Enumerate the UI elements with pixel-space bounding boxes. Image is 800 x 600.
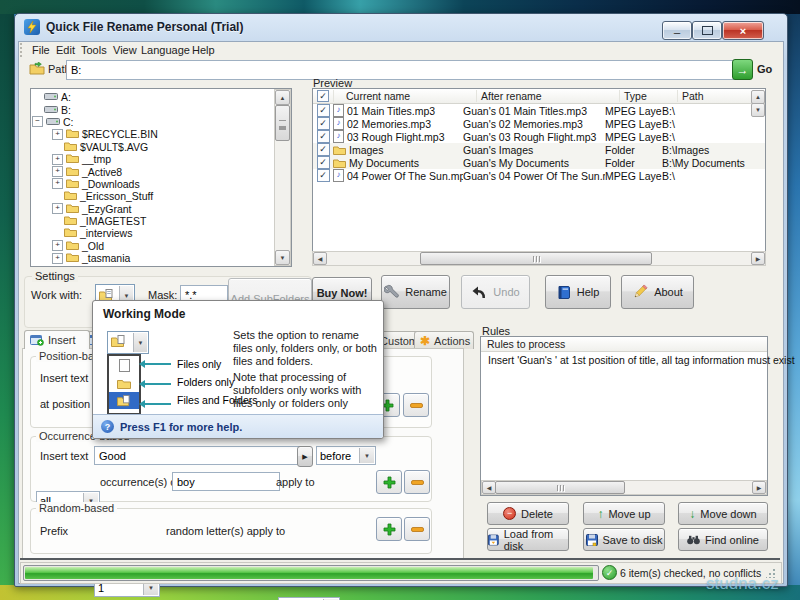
preview-row[interactable]: ✓ My Documents Guan's My Documents Folde…: [313, 156, 765, 169]
undo-button[interactable]: Undo: [461, 275, 530, 309]
tree-item-folder[interactable]: _interviews: [32, 227, 272, 239]
tree-item-drive-c[interactable]: − C:: [32, 116, 272, 128]
random-remove-button[interactable]: [404, 517, 430, 541]
expand-icon[interactable]: +: [52, 129, 63, 140]
tab-actions[interactable]: ✱ Actions: [414, 331, 474, 349]
file-type: MPEG Laye...: [605, 131, 662, 143]
rename-button[interactable]: Rename: [381, 275, 450, 309]
occurrence-remove-button[interactable]: [404, 470, 430, 494]
music-file-icon: ♪: [333, 104, 344, 117]
scroll-left-icon[interactable]: ◀: [313, 252, 327, 265]
go-button[interactable]: →: [732, 59, 753, 80]
column-after-rename[interactable]: After rename: [477, 90, 620, 102]
maximize-button[interactable]: [692, 21, 722, 40]
expand-icon[interactable]: +: [52, 203, 63, 214]
check-icon: ✓: [317, 90, 329, 102]
tree-item-drive-a[interactable]: A:: [32, 91, 272, 103]
tree-item-folder[interactable]: + _Downloads: [32, 178, 272, 190]
menu-tools[interactable]: Tools: [81, 44, 107, 56]
expand-icon[interactable]: +: [52, 253, 63, 264]
tree-item-folder[interactable]: _Ericsson_Stuff: [32, 190, 272, 202]
before-after-select[interactable]: before▼: [316, 446, 376, 465]
tree-item-folder[interactable]: $VAULT$.AVG: [32, 141, 272, 153]
progress-fill: [25, 567, 593, 579]
tree-item-folder[interactable]: + _Active8: [32, 165, 272, 177]
find-online-button[interactable]: Find online: [678, 528, 768, 551]
current-name: 02 Memories.mp3: [347, 118, 431, 130]
column-type[interactable]: Type: [620, 90, 678, 102]
expand-icon[interactable]: +: [52, 178, 63, 189]
occurrence-add-button[interactable]: [376, 470, 402, 494]
scroll-right-icon[interactable]: ▶: [752, 481, 766, 494]
row-checkbox[interactable]: ✓: [317, 143, 330, 156]
random-add-button[interactable]: [376, 517, 402, 541]
preview-row[interactable]: ✓ ♪01 Main Titles.mp3 Guan's 01 Main Tit…: [313, 104, 765, 117]
menu-file[interactable]: File: [32, 44, 50, 56]
save-to-disk-button[interactable]: Save to disk: [583, 528, 665, 551]
expand-icon[interactable]: +: [52, 240, 63, 251]
music-file-icon: ♪: [333, 117, 344, 130]
tree-item-folder[interactable]: _IMAGETEST: [32, 215, 272, 227]
tree-item-folder[interactable]: + _EzyGrant: [32, 203, 272, 215]
rules-hscrollbar-thumb[interactable]: [495, 481, 625, 494]
minimize-button[interactable]: _: [662, 21, 692, 40]
occurrence-of-value: boy: [177, 476, 195, 488]
preview-header-row[interactable]: ✓ Current name After rename Type Path: [313, 89, 765, 104]
preview-row[interactable]: ✓ ♪02 Memories.mp3 Guan's 02 Memories.mp…: [313, 117, 765, 130]
about-label: About: [654, 286, 683, 298]
help-button[interactable]: Help: [545, 275, 611, 309]
menu-help[interactable]: Help: [192, 44, 215, 56]
load-from-disk-button[interactable]: Load from disk: [487, 528, 569, 551]
preview-row[interactable]: ✓ Images Guan's Images Folder B:\Images: [313, 143, 765, 156]
preview-scroll-down-icon[interactable]: ▼: [751, 103, 765, 117]
menu-language[interactable]: Language: [141, 44, 190, 56]
expand-icon[interactable]: +: [52, 166, 63, 177]
rule-item[interactable]: Insert 'Guan's ' at 1st position of titl…: [481, 352, 767, 367]
folder-icon: [333, 158, 346, 168]
preview-scroll-up-icon[interactable]: ▲: [751, 90, 765, 104]
tree-item-folder[interactable]: + _tasmania: [32, 252, 272, 264]
expand-icon[interactable]: +: [52, 154, 63, 165]
preview-row[interactable]: ✓ ♪03 Rough Flight.mp3 Guan's 03 Rough F…: [313, 130, 765, 143]
rules-header[interactable]: Rules to process: [481, 337, 767, 352]
menu-edit[interactable]: Edit: [56, 44, 75, 56]
minimize-icon: _: [674, 22, 680, 34]
about-button[interactable]: About: [621, 275, 694, 309]
row-checkbox[interactable]: ✓: [317, 117, 330, 130]
go-label[interactable]: Go: [757, 63, 772, 75]
occurrence-of-input[interactable]: boy: [172, 472, 280, 491]
close-button[interactable]: ×: [722, 21, 764, 40]
position-remove-button[interactable]: [403, 393, 429, 417]
row-checkbox[interactable]: ✓: [317, 169, 330, 182]
occurrence-text-input[interactable]: Good: [94, 446, 304, 465]
delete-rule-button[interactable]: − Delete: [487, 502, 569, 525]
preview-row[interactable]: ✓ ♪04 Power Of The Sun.mp3 Guan's 04 Pow…: [313, 169, 765, 182]
tab-insert[interactable]: Insert: [24, 330, 90, 349]
row-checkbox[interactable]: ✓: [317, 104, 330, 117]
scroll-down-icon[interactable]: ▼: [275, 250, 290, 265]
menu-view[interactable]: View: [113, 44, 137, 56]
tree-item-drive-b[interactable]: B:: [32, 103, 272, 115]
tree-item-folder[interactable]: + $RECYCLE.BIN: [32, 128, 272, 140]
tree-scrollbar-thumb[interactable]: [275, 105, 290, 141]
desktop-background-left: [0, 14, 14, 586]
scroll-right-icon[interactable]: ▶: [751, 252, 765, 265]
preview-table[interactable]: ✓ Current name After rename Type Path ✓ …: [312, 88, 766, 252]
row-checkbox[interactable]: ✓: [317, 130, 330, 143]
tree-item-folder[interactable]: + _Old: [32, 240, 272, 252]
select-all-checkbox[interactable]: ✓: [313, 90, 334, 102]
row-checkbox[interactable]: ✓: [317, 156, 330, 169]
column-current-name[interactable]: Current name: [334, 90, 477, 102]
chevron-down-icon[interactable]: ▼: [359, 448, 374, 463]
preview-hscrollbar-thumb[interactable]: [420, 252, 652, 265]
move-down-button[interactable]: ↓ Move down: [678, 502, 768, 525]
collapse-icon[interactable]: −: [32, 116, 43, 127]
move-up-button[interactable]: ↑ Move up: [583, 502, 665, 525]
scroll-left-icon[interactable]: ◀: [482, 481, 496, 494]
scroll-up-icon[interactable]: ▲: [275, 90, 290, 105]
insert-token-button[interactable]: ▶: [297, 446, 313, 467]
rules-list[interactable]: Rules to process Insert 'Guan's ' at 1st…: [480, 336, 768, 496]
tree-item-folder[interactable]: + __tmp: [32, 153, 272, 165]
path-input[interactable]: B:: [66, 60, 736, 80]
pencil-icon: [632, 284, 648, 300]
